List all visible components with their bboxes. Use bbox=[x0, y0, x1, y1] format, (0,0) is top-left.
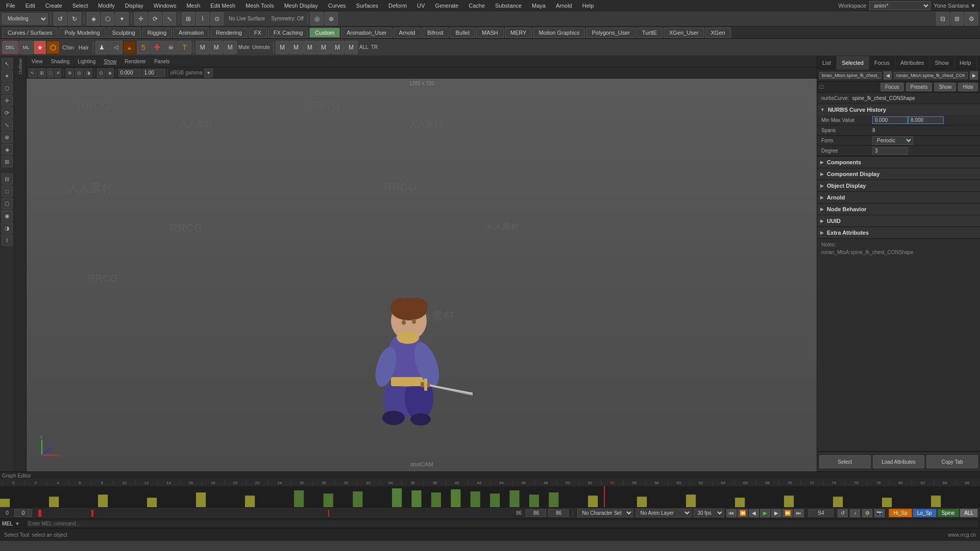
scale-left[interactable]: ⤡ bbox=[2, 119, 13, 131]
layout-icon[interactable]: ⊟ bbox=[936, 12, 949, 26]
copy-tab-btn[interactable]: Copy Tab bbox=[926, 455, 978, 468]
tab-curves-surfaces[interactable]: Curves / Surfaces bbox=[2, 28, 58, 38]
tab-turtle[interactable]: TurtlE bbox=[636, 28, 663, 38]
show-manip-left[interactable]: ⊞ bbox=[2, 156, 13, 167]
substance-menu[interactable]: Substance bbox=[493, 2, 524, 10]
mode-selector[interactable]: Modeling bbox=[2, 13, 48, 24]
file-menu[interactable]: File bbox=[4, 2, 17, 10]
all-btn[interactable]: ALL bbox=[960, 509, 978, 517]
deform-menu[interactable]: Deform bbox=[386, 2, 409, 10]
attr-tab-show[interactable]: Show bbox=[929, 56, 954, 69]
tab-fx-caching[interactable]: FX Caching bbox=[268, 28, 308, 38]
vp-tab-view[interactable]: View bbox=[29, 58, 46, 65]
edit-mesh-menu[interactable]: Edit Mesh bbox=[208, 2, 237, 10]
attr-tab-selected[interactable]: Selected bbox=[837, 56, 869, 69]
lasso-tool[interactable]: ⬡ bbox=[101, 12, 114, 26]
color-left[interactable]: ◑ bbox=[2, 222, 13, 234]
del-btn[interactable]: DEL bbox=[2, 41, 18, 54]
go-start-btn[interactable]: ⏮ bbox=[726, 509, 737, 517]
graph-waveform-area[interactable] bbox=[0, 486, 980, 507]
vp-tab-shading[interactable]: Shading bbox=[48, 58, 73, 65]
components-header[interactable]: ▶ Components bbox=[817, 157, 980, 168]
tab-arnold[interactable]: Arnold bbox=[394, 28, 421, 38]
show-btn[interactable]: Show bbox=[934, 83, 956, 91]
mel-input[interactable] bbox=[26, 520, 978, 527]
arnold-menu[interactable]: Arnold bbox=[554, 2, 574, 10]
tab-fx[interactable]: FX bbox=[249, 28, 267, 38]
tab-custom[interactable]: Custom bbox=[309, 28, 340, 38]
m-icon8[interactable]: M bbox=[331, 41, 344, 54]
snap-curve[interactable]: ⌇ bbox=[196, 12, 209, 26]
vp-light-btn[interactable]: ◎ bbox=[75, 68, 83, 78]
vp-shadow-btn[interactable]: ◑ bbox=[84, 68, 92, 78]
cam-options-btn[interactable]: 📷 bbox=[874, 509, 885, 517]
select-tool[interactable]: ◈ bbox=[87, 12, 100, 26]
attr-node-left[interactable] bbox=[819, 72, 881, 79]
camera-left[interactable]: □ bbox=[2, 186, 13, 197]
vp-iso-btn[interactable]: ◈ bbox=[106, 68, 114, 78]
number-5[interactable]: 5 bbox=[137, 41, 150, 54]
form-select[interactable]: Periodic Open Closed bbox=[872, 136, 913, 145]
settings-icon[interactable]: ⚙ bbox=[965, 12, 978, 26]
attr-node-right[interactable] bbox=[894, 72, 968, 79]
tab-bullet[interactable]: Bullet bbox=[450, 28, 475, 38]
viewport[interactable]: RRCG 人人素材 RRCG 人人素材 人人素材 RRCG RRCG 人人素材 … bbox=[27, 79, 817, 471]
node-behavior-header[interactable]: ▶ Node Behavior bbox=[817, 204, 980, 215]
windows-menu[interactable]: Windows bbox=[152, 2, 179, 10]
vp-tab-panels[interactable]: Panels bbox=[151, 58, 173, 65]
tab-sculpting[interactable]: Sculpting bbox=[107, 28, 141, 38]
move-tool[interactable]: ✛ bbox=[134, 12, 148, 26]
frame-input[interactable] bbox=[808, 509, 834, 517]
attr-tab-focus[interactable]: Focus bbox=[869, 56, 895, 69]
vp-near-clip[interactable]: 0.000 bbox=[118, 69, 141, 77]
sculpt-left[interactable]: ◉ bbox=[2, 210, 13, 221]
arnold-header[interactable]: ▶ Arnold bbox=[817, 192, 980, 203]
snap-grid[interactable]: ⊞ bbox=[182, 12, 195, 26]
char-icon[interactable]: ♟ bbox=[95, 41, 109, 54]
edit-menu[interactable]: Edit bbox=[23, 2, 37, 10]
generate-menu[interactable]: Generate bbox=[433, 2, 460, 10]
cross-icon[interactable]: ✚ bbox=[151, 41, 164, 54]
uuid-header[interactable]: ▶ UUID bbox=[817, 215, 980, 227]
tab-mash[interactable]: MASH bbox=[476, 28, 504, 38]
tab-xgen[interactable]: XGen bbox=[705, 28, 731, 38]
vp-tab-show[interactable]: Show bbox=[101, 58, 119, 65]
vp-smooth-btn[interactable]: □ bbox=[47, 68, 54, 78]
degree-input[interactable] bbox=[872, 147, 908, 155]
audio-btn[interactable]: ♪ bbox=[850, 509, 860, 517]
attr-tab-list[interactable]: List bbox=[817, 56, 837, 69]
tab-mery[interactable]: MERY bbox=[505, 28, 532, 38]
m-icon7[interactable]: M bbox=[317, 41, 330, 54]
curve-left[interactable]: ⌇ bbox=[2, 235, 13, 246]
lasso-left[interactable]: ⬡ bbox=[2, 83, 13, 94]
timeline-field1[interactable] bbox=[14, 509, 32, 517]
ipr-btn[interactable]: ⊕ bbox=[325, 12, 338, 26]
timeline-field3[interactable] bbox=[548, 509, 569, 517]
ml-btn[interactable]: ML bbox=[19, 41, 33, 54]
component-display-header[interactable]: ▶ Component Display bbox=[817, 168, 980, 180]
tab-rendering[interactable]: Rendering bbox=[210, 28, 248, 38]
anim-icon2[interactable]: ⟁ bbox=[123, 41, 136, 54]
min-value-input[interactable] bbox=[872, 116, 908, 124]
m-icon9[interactable]: M bbox=[345, 41, 358, 54]
key-btn[interactable]: ⬡ bbox=[46, 41, 60, 54]
anim-icon1[interactable]: ◁ bbox=[109, 41, 122, 54]
timeline-field2[interactable] bbox=[526, 509, 546, 517]
tab-animation-user[interactable]: Animation_User bbox=[341, 28, 392, 38]
anim-options-btn[interactable]: ⚙ bbox=[862, 509, 872, 517]
loop-btn[interactable]: ↺ bbox=[838, 509, 848, 517]
tab-animation[interactable]: Animation bbox=[173, 28, 209, 38]
m-icon4[interactable]: M bbox=[276, 41, 289, 54]
mesh-tools-menu[interactable]: Mesh Tools bbox=[243, 2, 276, 10]
play-btn[interactable]: ▶ bbox=[760, 509, 770, 517]
next-frame-btn[interactable]: ▶ bbox=[771, 509, 781, 517]
m-icon5[interactable]: M bbox=[289, 41, 303, 54]
attr-prev-btn[interactable]: ◀ bbox=[884, 71, 892, 80]
attr-next-btn[interactable]: ▶ bbox=[970, 71, 978, 80]
vp-xray-btn[interactable]: ⊙ bbox=[97, 68, 105, 78]
maya-menu[interactable]: Maya bbox=[530, 2, 548, 10]
spine-btn[interactable]: Spine bbox=[937, 509, 960, 517]
prev-key-btn[interactable]: ⏪ bbox=[738, 509, 748, 517]
m-icon6[interactable]: M bbox=[303, 41, 316, 54]
add-key-btn[interactable]: ★ bbox=[34, 41, 46, 54]
